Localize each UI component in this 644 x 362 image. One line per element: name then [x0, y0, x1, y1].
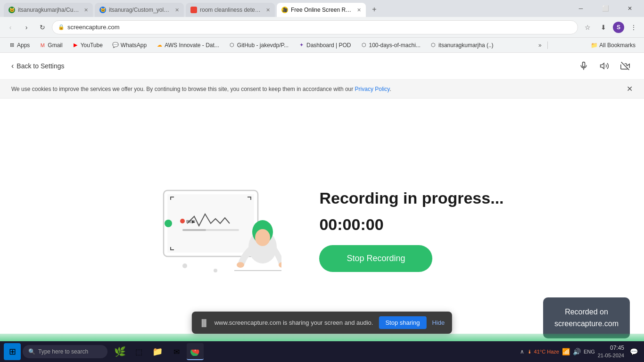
bookmark-github-jake[interactable]: ⬡ GitHub - jakevdp/P...: [225, 41, 292, 50]
download-button[interactable]: ⬇: [597, 21, 610, 34]
bookmarks-more-button[interactable]: »: [536, 41, 545, 50]
bookmark-gmail[interactable]: M Gmail: [35, 41, 66, 50]
mic-icon-btn[interactable]: [576, 58, 591, 74]
minimize-button[interactable]: ─: [570, 1, 591, 16]
bookmark-100days[interactable]: ⬡ 100-days-of-machi...: [357, 41, 424, 50]
share-bar-icon: ▐▌: [199, 319, 209, 327]
back-arrow-icon: ‹: [11, 62, 14, 70]
recording-title: Recording in progress...: [319, 189, 504, 208]
bookmark-aws[interactable]: ☁ AWS Innovate - Dat...: [152, 41, 223, 50]
taskbar: ⊞ 🔍 Type here to search 🌿 ⬚ 📁 ✉ ∧ 🌡 41°C…: [0, 341, 644, 362]
lock-icon: 🔒: [58, 24, 65, 30]
taskbar-clock[interactable]: 07:45 21-05-2024: [598, 345, 624, 359]
taskbar-app-mail[interactable]: ✉: [168, 343, 185, 360]
privacy-policy-link[interactable]: Privacy Policy: [355, 86, 390, 92]
start-button[interactable]: ⊞: [4, 343, 21, 360]
svg-point-16: [237, 262, 244, 268]
bookmark-apps[interactable]: ⊞ Apps: [5, 41, 33, 50]
forward-button[interactable]: ›: [20, 21, 33, 34]
sys-temp-badge: 🌡 41°C Haze: [527, 349, 559, 354]
notification-center-button[interactable]: 💬: [627, 345, 640, 358]
svg-text:▶: ▶: [192, 219, 195, 224]
header-icons: [576, 58, 633, 74]
menu-button[interactable]: ⋮: [627, 21, 640, 34]
bookmarks-separator: [547, 41, 548, 49]
bookmark-whatsapp[interactable]: 💬 WhatsApp: [108, 41, 150, 50]
taskbar-app-chrome[interactable]: [187, 343, 204, 360]
bookmark-dashboard[interactable]: ✦ Dashboard | POD: [294, 41, 355, 50]
github-icon-2: ⬡: [361, 42, 367, 49]
profile-avatar[interactable]: S: [613, 22, 624, 33]
taskbar-apps: 🌿 ⬚ 📁 ✉: [111, 343, 204, 360]
green-bar-hint: [0, 334, 644, 341]
svg-rect-0: [583, 62, 585, 67]
svg-point-19: [214, 269, 217, 272]
folder-icon: 📁: [591, 42, 598, 49]
tab-2[interactable]: 🐱 itsanurag/Custom_yolov9_roo... ✕: [95, 3, 184, 17]
maximize-button[interactable]: ⬜: [595, 1, 616, 16]
github-icon-3: ⬡: [430, 42, 437, 49]
page-content: ‹ Back to Settings We use cookies to imp…: [0, 53, 644, 362]
nav-bar: ‹ › ↻ 🔒 screencapture.com ☆ ⬇ S ⋮: [0, 17, 644, 38]
all-bookmarks-folder[interactable]: 📁 All Bookmarks: [587, 41, 639, 50]
no-camera-icon-btn[interactable]: [618, 58, 633, 74]
speaker-icon-btn[interactable]: [597, 58, 612, 74]
address-bar[interactable]: 🔒 screencapture.com: [52, 20, 578, 34]
wifi-icon[interactable]: 📶: [562, 348, 570, 355]
stop-recording-button[interactable]: Stop Recording: [319, 245, 432, 272]
lang-indicator[interactable]: ENG: [584, 349, 595, 354]
screen-share-bar: ▐▌ www.screencapture.com is sharing your…: [192, 312, 452, 334]
hide-link[interactable]: Hide: [432, 319, 445, 326]
svg-point-18: [182, 263, 187, 268]
taskbar-app-widgets[interactable]: 🌿: [111, 343, 128, 360]
cookie-banner: We use cookies to improve the services w…: [0, 80, 644, 99]
cookie-close-button[interactable]: ✕: [627, 84, 633, 93]
tab-3-close[interactable]: ✕: [266, 7, 270, 13]
github-icon-1: ⬡: [229, 42, 235, 49]
back-button[interactable]: ‹: [4, 21, 17, 34]
tab-1-close[interactable]: ✕: [84, 7, 88, 13]
close-button[interactable]: ✕: [619, 1, 640, 16]
svg-point-11: [165, 220, 172, 227]
address-text: screencapture.com: [67, 24, 572, 31]
gmail-icon: M: [39, 42, 46, 49]
apps-icon: ⊞: [8, 42, 15, 49]
tab-1[interactable]: 🐱 itsanuragkumarjha/Custom_YO... ✕: [4, 3, 93, 17]
taskbar-search[interactable]: 🔍 Type here to search: [23, 345, 107, 358]
recording-timer: 00:00:00: [319, 215, 504, 234]
taskbar-right: ∧ 🌡 41°C Haze 📶 🔊 ENG 07:45 21-05-2024 💬: [520, 345, 640, 359]
bookmarks-bar: ⊞ Apps M Gmail ▶ YouTube 💬 WhatsApp ☁ AW…: [0, 38, 644, 53]
nav-icons: ☆ ⬇ S ⋮: [581, 21, 640, 34]
aws-icon: ☁: [156, 42, 163, 49]
new-tab-button[interactable]: +: [368, 3, 381, 16]
volume-icon[interactable]: 🔊: [573, 348, 581, 355]
bookmark-star-button[interactable]: ☆: [581, 21, 594, 34]
tab-4-close[interactable]: ✕: [357, 7, 361, 13]
stop-sharing-button[interactable]: Stop sharing: [379, 316, 426, 329]
svg-point-6: [180, 219, 185, 223]
youtube-icon: ▶: [72, 42, 79, 49]
recording-info: Recording in progress... 00:00:00 Stop R…: [319, 189, 504, 272]
svg-marker-2: [601, 63, 604, 69]
tab-3[interactable]: room cleanliness detector - v1... ✕: [186, 3, 275, 17]
share-bar-text: www.screencapture.com is sharing your sc…: [215, 319, 373, 326]
browser-frame: 🐱 itsanuragkumarjha/Custom_YO... ✕ 🐱 its…: [0, 0, 644, 362]
title-bar: 🐱 itsanuragkumarjha/Custom_YO... ✕ 🐱 its…: [0, 0, 644, 17]
reload-button[interactable]: ↻: [36, 21, 49, 34]
back-to-settings-link[interactable]: ‹ Back to Settings: [11, 62, 65, 70]
taskbar-app-explorer[interactable]: 📁: [149, 343, 166, 360]
window-controls: ─ ⬜ ✕: [570, 0, 640, 17]
taskbar-app-task-view[interactable]: ⬚: [130, 343, 147, 360]
whatsapp-icon: 💬: [112, 42, 119, 49]
tab-4[interactable]: 🎥 Free Online Screen Recordi... ✕: [277, 3, 366, 17]
svg-rect-10: [182, 229, 206, 231]
recording-illustration: REC ▶: [140, 176, 281, 285]
watermark: Recorded on screencapture.com: [543, 297, 630, 338]
chevron-up-icon[interactable]: ∧: [520, 348, 524, 355]
bookmark-itsanurag[interactable]: ⬡ itsanuragkumarjha (..): [426, 41, 497, 50]
site-header: ‹ Back to Settings: [0, 53, 644, 80]
dashboard-icon: ✦: [298, 42, 305, 49]
tab-2-close[interactable]: ✕: [175, 7, 179, 13]
bookmark-youtube[interactable]: ▶ YouTube: [68, 41, 107, 50]
search-icon: 🔍: [28, 348, 35, 355]
